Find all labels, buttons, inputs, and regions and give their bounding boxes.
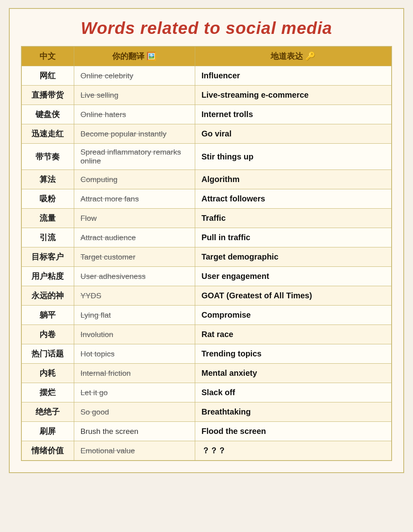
header-translation: 你的翻译 🖼️ — [74, 46, 195, 66]
cell-chinese: 带节奏 — [21, 144, 74, 170]
cell-translation: Become popular instantly — [74, 124, 195, 144]
cell-native: Internet trolls — [195, 105, 392, 124]
cell-chinese: 引流 — [21, 228, 74, 247]
table-row: 流量FlowTraffic — [21, 209, 392, 228]
cell-chinese: 情绪价值 — [21, 441, 74, 461]
table-row: 直播带货Live sellingLive-streaming e-commerc… — [21, 86, 392, 105]
table-row: 永远的神YYDSGOAT (Greatest of All Times) — [21, 286, 392, 306]
cell-translation: Online celebrity — [74, 66, 195, 86]
cell-native: Flood the screen — [195, 422, 392, 441]
cell-translation: Computing — [74, 170, 195, 189]
table-row: 摆烂Let it goSlack off — [21, 383, 392, 402]
cell-translation: Brush the screen — [74, 422, 195, 441]
vocabulary-table: 中文 你的翻译 🖼️ 地道表达 🔑 网红Online celebrityInfl… — [21, 46, 392, 461]
cell-chinese: 热门话题 — [21, 344, 74, 364]
table-row: 内耗Internal frictionMental anxiety — [21, 364, 392, 383]
cell-native: Target demographic — [195, 247, 392, 267]
table-row: 情绪价值Emotional value？？？ — [21, 441, 392, 461]
cell-native: Pull in traffic — [195, 228, 392, 247]
cell-translation: Attract audience — [74, 228, 195, 247]
cell-chinese: 刷屏 — [21, 422, 74, 441]
cell-chinese: 网红 — [21, 66, 74, 86]
cell-native: User engagement — [195, 267, 392, 286]
cell-chinese: 内耗 — [21, 364, 74, 383]
page-title: Words related to social media — [21, 19, 392, 38]
cell-translation: YYDS — [74, 286, 195, 306]
cell-native: Trending topics — [195, 344, 392, 364]
cell-translation: Involution — [74, 325, 195, 344]
cell-chinese: 永远的神 — [21, 286, 74, 306]
cell-native: Rat race — [195, 325, 392, 344]
table-row: 刷屏Brush the screenFlood the screen — [21, 422, 392, 441]
cell-translation: Hot topics — [74, 344, 195, 364]
table-row: 热门话题Hot topicsTrending topics — [21, 344, 392, 364]
cell-chinese: 躺平 — [21, 306, 74, 325]
cell-chinese: 内卷 — [21, 325, 74, 344]
cell-translation: Lying flat — [74, 306, 195, 325]
table-row: 网红Online celebrityInfluencer — [21, 66, 392, 86]
table-row: 目标客户Target customerTarget demographic — [21, 247, 392, 267]
cell-translation: User adhesiveness — [74, 267, 195, 286]
cell-chinese: 摆烂 — [21, 383, 74, 402]
cell-native: Slack off — [195, 383, 392, 402]
table-row: 内卷InvolutionRat race — [21, 325, 392, 344]
cell-chinese: 用户粘度 — [21, 267, 74, 286]
cell-translation: Let it go — [74, 383, 195, 402]
cell-translation: Attract more fans — [74, 189, 195, 209]
table-header-row: 中文 你的翻译 🖼️ 地道表达 🔑 — [21, 46, 392, 66]
cell-native: Influencer — [195, 66, 392, 86]
cell-native: Compromise — [195, 306, 392, 325]
cell-chinese: 算法 — [21, 170, 74, 189]
cell-translation: Online haters — [74, 105, 195, 124]
table-row: 算法ComputingAlgorithm — [21, 170, 392, 189]
cell-translation: Emotional value — [74, 441, 195, 461]
cell-native: ？？？ — [195, 441, 392, 461]
cell-translation: Target customer — [74, 247, 195, 267]
cell-native: Algorithm — [195, 170, 392, 189]
cell-translation: Spread inflammatory remarks online — [74, 144, 195, 170]
table-row: 吸粉Attract more fansAttract followers — [21, 189, 392, 209]
cell-native: Go viral — [195, 124, 392, 144]
cell-chinese: 目标客户 — [21, 247, 74, 267]
cell-native: Stir things up — [195, 144, 392, 170]
cell-chinese: 直播带货 — [21, 86, 74, 105]
cell-translation: Flow — [74, 209, 195, 228]
cell-translation: Live selling — [74, 86, 195, 105]
table-row: 用户粘度User adhesivenessUser engagement — [21, 267, 392, 286]
cell-native: Attract followers — [195, 189, 392, 209]
table-row: 引流Attract audiencePull in traffic — [21, 228, 392, 247]
table-row: 躺平Lying flatCompromise — [21, 306, 392, 325]
cell-native: Mental anxiety — [195, 364, 392, 383]
cell-translation: Internal friction — [74, 364, 195, 383]
table-row: 键盘侠Online hatersInternet trolls — [21, 105, 392, 124]
cell-chinese: 迅速走红 — [21, 124, 74, 144]
table-row: 带节奏Spread inflammatory remarks onlineSti… — [21, 144, 392, 170]
cell-chinese: 绝绝子 — [21, 402, 74, 422]
cell-translation: So good — [74, 402, 195, 422]
table-row: 迅速走红Become popular instantlyGo viral — [21, 124, 392, 144]
cell-chinese: 流量 — [21, 209, 74, 228]
cell-native: Traffic — [195, 209, 392, 228]
table-row: 绝绝子So goodBreathtaking — [21, 402, 392, 422]
cell-native: Breathtaking — [195, 402, 392, 422]
cell-native: Live-streaming e-commerce — [195, 86, 392, 105]
header-chinese: 中文 — [21, 46, 74, 66]
page-container: Words related to social media 中文 你的翻译 🖼️… — [9, 8, 404, 473]
cell-chinese: 吸粉 — [21, 189, 74, 209]
cell-native: GOAT (Greatest of All Times) — [195, 286, 392, 306]
cell-chinese: 键盘侠 — [21, 105, 74, 124]
header-native: 地道表达 🔑 — [195, 46, 392, 66]
